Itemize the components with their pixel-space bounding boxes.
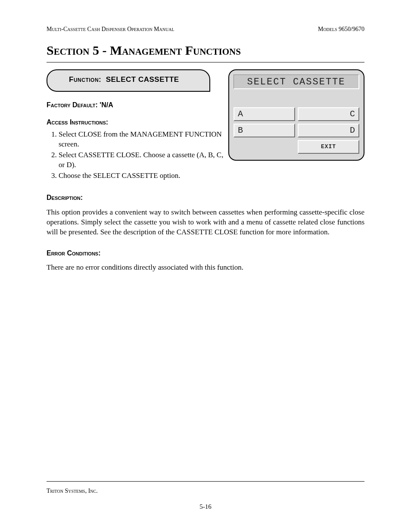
- header-left: Multi-Cassette Cash Dispenser Operation …: [47, 26, 174, 33]
- list-item: Choose the SELECT CASSETTE option.: [59, 171, 227, 181]
- access-label: Access Instructions:: [47, 118, 227, 126]
- section-title: Section 5 - Management Functions: [47, 43, 364, 58]
- footer-page-number: 5-16: [47, 503, 364, 510]
- description-text: This option provides a convenient way to…: [47, 208, 364, 237]
- screen-title: SELECT CASSETTE: [234, 75, 359, 89]
- cassette-a-button[interactable]: A: [234, 107, 295, 121]
- error-label: Error Conditions:: [47, 249, 364, 257]
- screen-mockup: SELECT CASSETTE A C B D EXIT: [228, 69, 364, 161]
- list-item: Select CASSETTE CLOSE. Choose a cassette…: [59, 150, 227, 170]
- cassette-b-button[interactable]: B: [234, 124, 295, 137]
- description-label: Description:: [47, 194, 364, 202]
- error-text: There are no error conditions directly a…: [47, 263, 364, 272]
- access-list: Select CLOSE from the MANAGEMENT FUNCTIO…: [47, 130, 227, 181]
- footer-divider: [47, 481, 364, 482]
- cassette-d-button[interactable]: D: [298, 124, 359, 137]
- page-footer: Triton Systems, Inc. 5-16: [47, 478, 364, 510]
- factory-default-value: 'N/A: [100, 101, 113, 109]
- function-label: Function:: [69, 75, 101, 84]
- list-item: Select CLOSE from the MANAGEMENT FUNCTIO…: [59, 130, 227, 149]
- header-right: Models 9650/9670: [318, 26, 364, 33]
- cassette-c-button[interactable]: C: [298, 107, 359, 121]
- footer-company: Triton Systems, Inc.: [47, 488, 364, 495]
- divider: [47, 62, 364, 62]
- function-name: SELECT CASSETTE: [106, 75, 179, 84]
- blank-button: [234, 140, 295, 154]
- function-tab: Function: SELECT CASSETTE: [47, 69, 210, 92]
- factory-default-label: Factory Default:: [47, 101, 98, 109]
- page-header: Multi-Cassette Cash Dispenser Operation …: [47, 26, 364, 33]
- exit-button[interactable]: EXIT: [298, 140, 359, 154]
- factory-default: Factory Default: 'N/A: [47, 101, 227, 109]
